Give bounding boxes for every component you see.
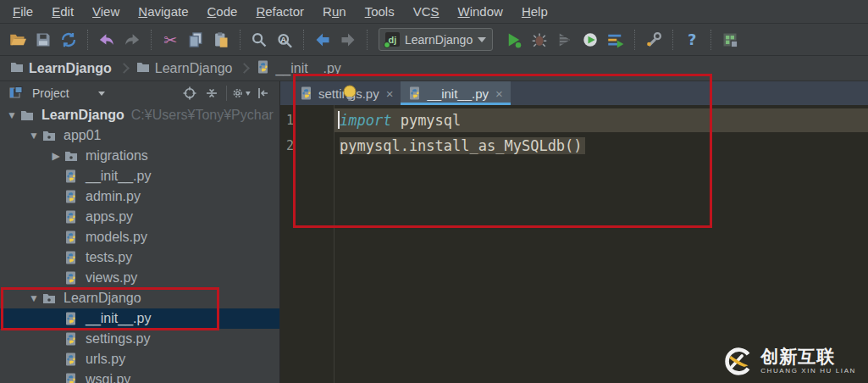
close-icon[interactable]: × xyxy=(495,86,503,101)
project-panel-icon xyxy=(7,84,25,103)
django-icon: dj xyxy=(385,32,400,47)
find-icon[interactable] xyxy=(248,29,270,51)
profile-icon[interactable] xyxy=(579,29,601,51)
line-number-gutter: 12 xyxy=(280,108,334,159)
redo-icon[interactable] xyxy=(121,29,143,51)
debug-icon[interactable] xyxy=(528,29,550,51)
menu-window[interactable]: Window xyxy=(449,3,512,20)
python-file-icon xyxy=(64,210,80,224)
cut-icon[interactable]: ✂ xyxy=(159,29,181,51)
tree-item--init-py[interactable]: __init__.py xyxy=(0,308,279,329)
text-caret xyxy=(338,111,340,129)
project-panel-title[interactable]: Project xyxy=(32,86,69,100)
code-line: pymysql.install_as_MySQLdb() xyxy=(340,134,868,159)
tree-item-migrations[interactable]: ▶migrations xyxy=(0,146,279,166)
project-tool-window: Project ▼LearnDjangoC:¥Users¥Tony xyxy=(0,81,280,383)
tree-item-urls-py[interactable]: urls.py xyxy=(0,349,279,369)
folder-icon xyxy=(20,108,36,122)
folder-icon xyxy=(42,129,58,142)
menu-code[interactable]: Code xyxy=(198,3,247,20)
paste-icon[interactable] xyxy=(210,29,232,51)
settings-wrench-icon[interactable] xyxy=(643,29,665,51)
menu-run[interactable]: Run xyxy=(313,3,356,20)
gear-icon[interactable] xyxy=(232,84,251,103)
python-file-icon xyxy=(257,60,270,77)
save-icon[interactable] xyxy=(32,29,54,51)
collapse-all-icon[interactable] xyxy=(202,84,221,103)
menu-vcs[interactable]: VCS xyxy=(404,3,449,20)
menu-help[interactable]: Help xyxy=(512,3,557,20)
tree-item-settings-py[interactable]: settings.py xyxy=(0,329,279,349)
concurrency-icon[interactable] xyxy=(605,29,627,51)
tree-item--init-py[interactable]: __init__.py xyxy=(0,166,279,186)
chevron-down-icon[interactable] xyxy=(98,92,105,96)
intention-bulb-icon[interactable] xyxy=(341,84,358,103)
menu-file[interactable]: File xyxy=(3,3,42,20)
python-file-icon xyxy=(64,251,80,264)
tree-item-label: __init__.py xyxy=(86,311,151,326)
tree-item-label: app01 xyxy=(64,128,102,143)
tree-item-admin-py[interactable]: admin.py xyxy=(0,186,279,207)
tree-item-label: settings.py xyxy=(86,331,150,347)
python-file-icon xyxy=(64,312,80,325)
replace-icon[interactable]: A xyxy=(274,29,296,51)
tree-item-label: wsgi.py xyxy=(86,372,130,383)
breadcrumb-separator xyxy=(240,63,251,74)
coverage-icon[interactable] xyxy=(554,29,576,51)
folder-icon xyxy=(136,60,150,77)
help-icon[interactable]: ? xyxy=(681,29,703,51)
back-icon[interactable] xyxy=(312,29,334,51)
sync-icon[interactable] xyxy=(58,29,80,51)
tree-item-wsgi-py[interactable]: wsgi.py xyxy=(0,369,279,383)
collapsed-arrow-icon[interactable]: ▶ xyxy=(47,150,64,162)
folder-icon xyxy=(10,60,24,77)
main-toolbar: ✂AdjLearnDjango? xyxy=(0,24,868,56)
hide-panel-icon[interactable] xyxy=(254,84,273,103)
menu-bar: FileEditViewNavigateCodeRefactorRunTools… xyxy=(0,0,868,24)
menu-refactor[interactable]: Refactor xyxy=(246,3,313,20)
run-configuration-select[interactable]: djLearnDjango xyxy=(379,28,493,51)
python-file-icon xyxy=(300,86,313,100)
tree-item-tests-py[interactable]: tests.py xyxy=(0,247,279,268)
undo-icon[interactable] xyxy=(96,29,118,51)
expanded-arrow-icon[interactable]: ▼ xyxy=(3,109,20,121)
project-tree: ▼LearnDjangoC:¥Users¥Tony¥Pychar▼app01▶m… xyxy=(0,105,279,383)
copy-icon[interactable] xyxy=(185,29,207,51)
toolbar-separator xyxy=(367,30,368,50)
toolbar-separator xyxy=(240,30,240,50)
tree-item-label: models.py xyxy=(86,230,147,245)
tree-item-views-py[interactable]: views.py xyxy=(0,268,279,288)
tree-item-label: migrations xyxy=(86,148,148,164)
expanded-arrow-icon[interactable]: ▼ xyxy=(25,130,42,142)
tree-item-apps-py[interactable]: apps.py xyxy=(0,207,279,227)
tree-item-learndjango[interactable]: ▼LearnDjangoC:¥Users¥Tony¥Pychar xyxy=(0,105,279,125)
forward-icon[interactable] xyxy=(337,29,359,51)
menu-tools[interactable]: Tools xyxy=(356,3,404,20)
tree-item-app01[interactable]: ▼app01 xyxy=(0,125,279,146)
menu-navigate[interactable]: Navigate xyxy=(129,3,197,20)
run-icon[interactable] xyxy=(503,29,525,51)
tree-item-models-py[interactable]: models.py xyxy=(0,227,279,247)
breadcrumb-item[interactable]: __init__.py xyxy=(255,60,342,77)
menu-edit[interactable]: Edit xyxy=(42,3,83,20)
folder-icon xyxy=(64,149,80,163)
breadcrumb-item[interactable]: LearnDjango xyxy=(135,60,235,77)
python-file-icon xyxy=(64,190,80,203)
locate-file-icon[interactable] xyxy=(180,84,199,103)
close-icon[interactable]: × xyxy=(386,86,394,101)
line-number: 1 xyxy=(286,108,334,134)
menu-view[interactable]: View xyxy=(83,3,129,20)
project-structure-icon[interactable] xyxy=(719,29,741,51)
breadcrumb-item[interactable]: LearnDjango xyxy=(8,60,113,77)
chevron-down-icon xyxy=(478,37,486,42)
toolbar-separator xyxy=(672,30,673,50)
python-file-icon xyxy=(64,373,80,383)
code-line: import pymysql xyxy=(340,108,868,134)
code-editor[interactable]: 12 import pymysqlpymysql.install_as_MySQ… xyxy=(280,105,868,383)
tree-item-label: __init__.py xyxy=(86,169,151,184)
expanded-arrow-icon[interactable]: ▼ xyxy=(25,292,42,304)
tab--init-py[interactable]: __init__.py× xyxy=(401,81,510,105)
editor-tab-bar: settings.py×__init__.py× xyxy=(280,81,868,105)
open-folder-icon[interactable] xyxy=(7,29,29,51)
tree-item-learndjango[interactable]: ▼LearnDjango xyxy=(0,288,279,308)
